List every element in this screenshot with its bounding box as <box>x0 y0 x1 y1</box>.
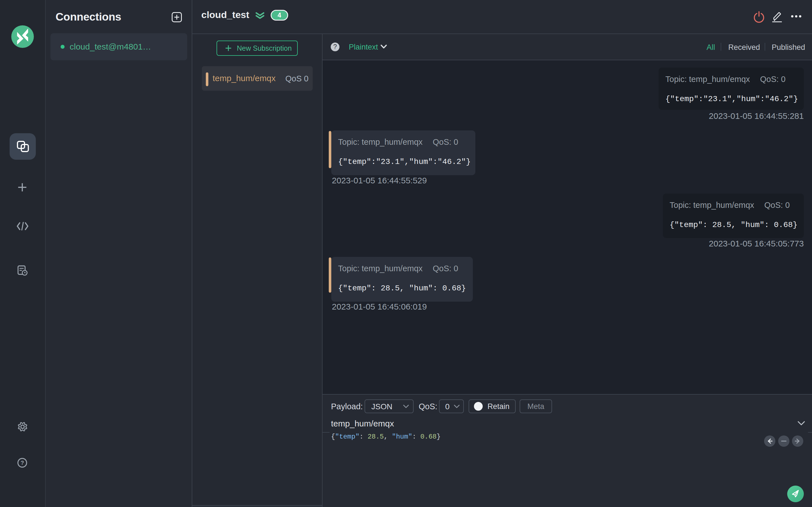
svg-text:?: ? <box>20 460 24 466</box>
